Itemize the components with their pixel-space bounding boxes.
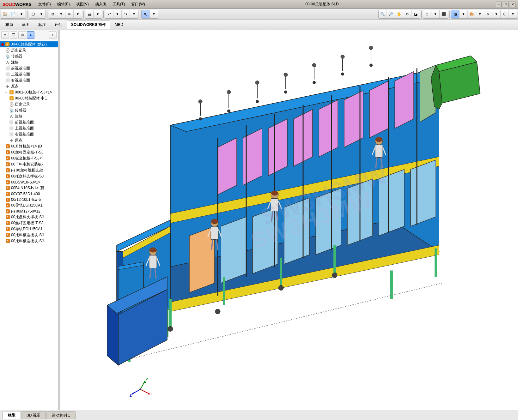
tree-item-sub-note[interactable]: A 注解 bbox=[0, 113, 58, 119]
root-status-dot bbox=[1, 43, 4, 46]
view-3d-btn[interactable]: ⬡ bbox=[29, 10, 37, 18]
close-btn[interactable]: ✕ bbox=[510, 2, 515, 7]
tree-item-note[interactable]: A 注解 bbox=[0, 59, 58, 65]
tree-item-root[interactable]: A 00-00总装配体 (默认) bbox=[0, 41, 58, 47]
tab-mbd[interactable]: MBD bbox=[111, 21, 127, 28]
status-tab-model[interactable]: 模型 bbox=[3, 411, 21, 419]
tree-item-tray-conn2[interactable]: F 00托料板连接块-SJ bbox=[0, 238, 58, 244]
tree-item-y07[interactable]: F 00Y07-58D1-400 bbox=[0, 191, 58, 197]
menu-file[interactable]: 文件(F) bbox=[35, 1, 54, 8]
tab-plugins[interactable]: SOLIDWORKS 插件 bbox=[67, 21, 110, 29]
sub-origin-label: 原点 bbox=[15, 138, 22, 143]
status-tab-3d-view[interactable]: 3D 视图 bbox=[21, 411, 46, 419]
minimize-btn[interactable]: ─ bbox=[496, 2, 502, 7]
feature-tree-panel: ≡ ☰ ⊕ ● › A 00-00总装配体 (默认) bbox=[0, 30, 58, 410]
tree-item-r12[interactable]: F 00r12-10b1-fsw-5 bbox=[0, 197, 58, 202]
svg-marker-8 bbox=[221, 217, 246, 283]
tree-item-sub-assembly[interactable]: A 00-00总装配体 中E bbox=[0, 95, 58, 101]
svg-point-44 bbox=[313, 81, 316, 84]
tab-evaluate[interactable]: 评估 bbox=[51, 21, 66, 29]
tree-item-tray-support[interactable]: F 00托盘料支撑板-SJ bbox=[0, 173, 58, 179]
undo-drop[interactable]: ▼ bbox=[113, 10, 122, 18]
property-manager-btn[interactable]: ☰ bbox=[10, 31, 17, 39]
tab-layout[interactable]: 布局 bbox=[1, 21, 17, 29]
section-view-btn[interactable]: ◪ bbox=[411, 10, 420, 18]
part1-expand[interactable]: - bbox=[5, 91, 8, 94]
scene-btn[interactable]: ☀ bbox=[484, 10, 492, 18]
tree-item-screw2[interactable]: F 00丝杆固定板-T-SJ bbox=[0, 220, 58, 226]
tree-item-sub-front[interactable]: ⬜ 前视基准面 bbox=[0, 119, 58, 125]
tree-item-sub-origin[interactable]: ✚ 原点 bbox=[0, 137, 58, 143]
tree-item-right-plane[interactable]: ⬜ 右视基准面 bbox=[0, 77, 58, 83]
menu-window[interactable]: 窗口(W) bbox=[128, 1, 148, 8]
tree-item-sheet-metal[interactable]: F 00板金拖板-T-SJ< bbox=[0, 155, 58, 161]
tree-item-lift[interactable]: F 00升降机架<1> (D bbox=[0, 143, 58, 149]
appearance-drop[interactable]: ▼ bbox=[476, 10, 484, 18]
tree-item-part1[interactable]: - A 0001-00机架-T-SJ<1> bbox=[0, 89, 58, 95]
tree-item-sub-right[interactable]: ⬜ 右视基准面 bbox=[0, 131, 58, 137]
save-btn[interactable]: ▼ bbox=[17, 10, 26, 18]
toolbar-views-group: □ ▼ ⬛ bbox=[423, 10, 448, 19]
pan-btn[interactable]: ✋ bbox=[395, 10, 403, 18]
select-drop[interactable]: ▼ bbox=[150, 10, 158, 18]
zoom-fit-btn[interactable]: 🔍 bbox=[379, 10, 387, 18]
appearance-btn[interactable]: 🎨 bbox=[468, 10, 476, 18]
tree-item-m12[interactable]: F (-) 00M12×50×12 bbox=[0, 208, 58, 214]
views-drop[interactable]: ▼ bbox=[431, 10, 440, 18]
3d-viewport[interactable]: SW3H3MW bbox=[60, 30, 518, 410]
tree-item-sub-history[interactable]: ⌚ 历史记录 bbox=[0, 101, 58, 107]
tree-item-sub-sensor[interactable]: 📡 传感器 bbox=[0, 107, 58, 113]
tree-item-rail1[interactable]: F 00导轨EGH15CA1 bbox=[0, 202, 58, 208]
assembly-drop[interactable]: ▼ bbox=[57, 10, 65, 18]
front-view-btn[interactable]: □ bbox=[423, 10, 431, 18]
tree-item-screw-nut[interactable]: F (-) 00丝杆螺帽支架 bbox=[0, 167, 58, 173]
named-views-btn[interactable]: ⬛ bbox=[440, 10, 448, 18]
undo-btn[interactable]: ↶ bbox=[105, 10, 113, 18]
tree-item-front-plane[interactable]: ⬜ 前视基准面 bbox=[0, 65, 58, 71]
print-drop[interactable]: ▼ bbox=[94, 10, 102, 18]
tree-item-sensor[interactable]: 📡 传感器 bbox=[0, 53, 58, 59]
tree-item-rail2[interactable]: F 00导轨EGH15CA1 bbox=[0, 226, 58, 232]
tree-item-bun10sj[interactable]: F 00BUN10SJ<1> (目 bbox=[0, 185, 58, 191]
realview-btn[interactable]: ⬡ bbox=[501, 10, 509, 18]
sensor-label: 传感器 bbox=[11, 54, 22, 59]
tree-item-sub-top[interactable]: ⬜ 上视基准面 bbox=[0, 125, 58, 131]
menu-tools[interactable]: 工具(T) bbox=[109, 1, 128, 8]
assembly-btn[interactable]: ⚙ bbox=[49, 10, 57, 18]
edit-drop[interactable]: ▼ bbox=[74, 10, 82, 18]
open-btn[interactable]: 📄 bbox=[9, 10, 17, 18]
tree-item-bsw10[interactable]: F 00BSW10-SJ<1> bbox=[0, 179, 58, 185]
zoom-in-btn[interactable]: 🔎 bbox=[387, 10, 395, 18]
tree-item-motor-plate[interactable]: F 00下料电机安装板- bbox=[0, 161, 58, 167]
scene-drop[interactable]: ▼ bbox=[492, 10, 501, 18]
new-file-btn[interactable]: 🏠 bbox=[1, 10, 9, 18]
rotate-btn[interactable]: ↺ bbox=[403, 10, 411, 18]
maximize-btn[interactable]: □ bbox=[503, 2, 509, 7]
tree-item-tray-conn1[interactable]: F 00托料板连接块-SJ bbox=[0, 232, 58, 238]
view-drop[interactable]: ▼ bbox=[37, 10, 46, 18]
menu-view[interactable]: 视图(V) bbox=[73, 1, 92, 8]
svg-text:X: X bbox=[150, 392, 151, 396]
tree-item-tray2[interactable]: F 00托盘料支撑板-SJ bbox=[0, 214, 58, 220]
edit-btn[interactable]: ✏ bbox=[65, 10, 74, 18]
redo-btn[interactable]: ↷ bbox=[122, 10, 130, 18]
display-style-btn[interactable]: ◑ bbox=[451, 10, 460, 18]
tree-item-screw-plate[interactable]: F 00丝杆固定板-T-SJ bbox=[0, 149, 58, 155]
menu-insert[interactable]: 插入(I) bbox=[92, 1, 109, 8]
redo-drop[interactable]: ▼ bbox=[130, 10, 138, 18]
config-manager-btn[interactable]: ⊕ bbox=[18, 31, 26, 39]
tree-item-top-plane[interactable]: ⬜ 上视基准面 bbox=[0, 71, 58, 77]
feature-manager-btn[interactable]: ≡ bbox=[1, 31, 9, 39]
tab-sketch[interactable]: 草图 bbox=[18, 21, 34, 29]
select-btn[interactable]: ↖ bbox=[142, 10, 150, 18]
display-drop[interactable]: ▼ bbox=[460, 10, 468, 18]
expand-panel-btn[interactable]: › bbox=[49, 31, 57, 39]
display-manager-btn[interactable]: ● bbox=[27, 31, 34, 39]
tree-item-origin[interactable]: ✚ 原点 bbox=[0, 83, 58, 89]
tab-annotation[interactable]: 标注 bbox=[34, 21, 50, 29]
print-btn[interactable]: 🖨 bbox=[85, 10, 94, 18]
tree-item-history[interactable]: ⌚ 历史记录 bbox=[0, 47, 58, 53]
status-tab-motion[interactable]: 运动算例 1 bbox=[46, 411, 76, 419]
menu-edit[interactable]: 编辑(E) bbox=[54, 1, 73, 8]
realview-drop[interactable]: ▼ bbox=[509, 10, 517, 18]
